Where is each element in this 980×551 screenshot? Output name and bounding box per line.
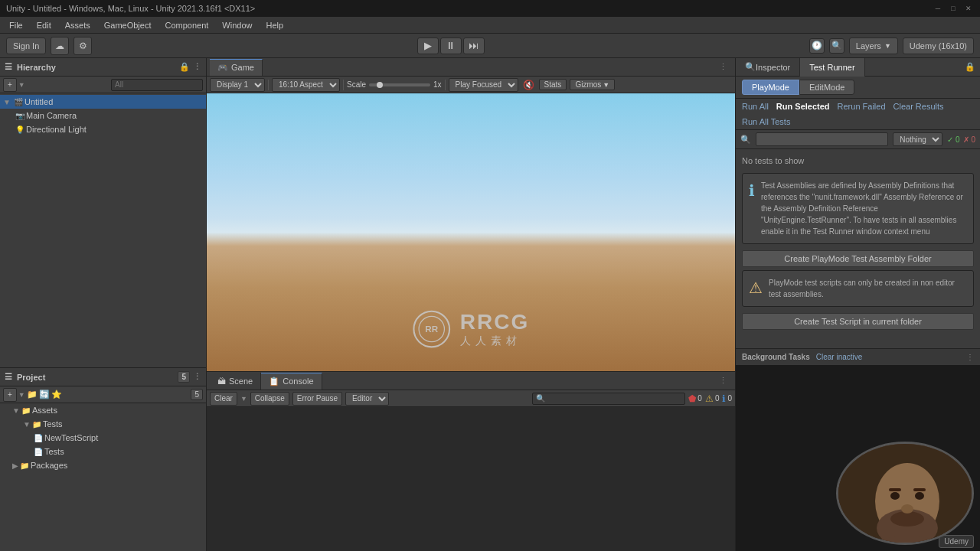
account-icon[interactable]: ☁ bbox=[51, 37, 69, 55]
rerun-failed-button[interactable]: Rerun Failed bbox=[836, 101, 887, 112]
tab-scene[interactable]: 🏔 Scene bbox=[210, 373, 261, 390]
svg-point-11 bbox=[901, 504, 913, 514]
close-button[interactable]: ✕ bbox=[963, 3, 974, 14]
inspector-lock-icon[interactable]: 🔒 bbox=[960, 62, 980, 72]
test-search-input[interactable] bbox=[756, 132, 888, 146]
game-tab-more[interactable]: ⋮ bbox=[714, 62, 732, 72]
account-dropdown[interactable]: Udemy (16x10) bbox=[903, 37, 974, 54]
history-icon[interactable]: 🕐 bbox=[809, 38, 825, 54]
gizmos-label: Gizmos bbox=[575, 80, 601, 89]
create-test-script-button[interactable]: Create Test Script in current folder bbox=[742, 313, 974, 330]
project-icon1[interactable]: 📁 bbox=[27, 390, 38, 399]
console-toolbar: Clear ▼ Collapse Error Pause Editor ⬟ 0 … bbox=[207, 390, 735, 407]
hierarchy-item-maincamera[interactable]: 📷 Main Camera bbox=[0, 109, 206, 122]
hierarchy-dropdown-icon[interactable]: ▼ bbox=[18, 81, 25, 89]
layers-label: Layers bbox=[856, 41, 881, 51]
console-more-icon[interactable]: ⋮ bbox=[714, 376, 732, 386]
scene-icon: 🎬 bbox=[14, 98, 23, 106]
filter-search-icon: 🔍 bbox=[740, 135, 751, 145]
menu-assets[interactable]: Assets bbox=[59, 19, 96, 31]
search-toolbar-icon[interactable]: 🔍 bbox=[829, 38, 844, 54]
menu-file[interactable]: File bbox=[3, 19, 29, 31]
hierarchy-item-directionallight[interactable]: 💡 Directional Light bbox=[0, 122, 206, 136]
sign-in-button[interactable]: Sign In bbox=[6, 37, 46, 54]
hierarchy-more-icon[interactable]: ⋮ bbox=[193, 62, 201, 72]
bg-clear-button[interactable]: Clear inactive bbox=[816, 353, 863, 361]
bottom-panel: 🏔 Scene 📋 Console ⋮ Clear ▼ Collapse Err… bbox=[207, 371, 735, 551]
scale-track[interactable] bbox=[369, 83, 430, 86]
tab-game[interactable]: 🎮 Game bbox=[210, 59, 263, 76]
aspect-select[interactable]: 16:10 Aspect bbox=[272, 78, 340, 92]
run-all-tests-button[interactable]: Run All Tests bbox=[740, 116, 792, 127]
project-tests-folder[interactable]: ▼ 📁 Tests bbox=[0, 417, 206, 431]
project-count-badge: 5 bbox=[178, 371, 190, 383]
script-icon-2: 📄 bbox=[34, 448, 43, 456]
console-search-input[interactable] bbox=[532, 393, 685, 405]
clear-results-button[interactable]: Clear Results bbox=[892, 101, 946, 112]
run-all-button[interactable]: Run All bbox=[740, 101, 770, 112]
project-icon2[interactable]: 🔄 bbox=[39, 390, 50, 399]
project-packages-folder[interactable]: ▶ 📁 Packages bbox=[0, 458, 206, 472]
tab-test-runner[interactable]: Test Runner bbox=[800, 58, 864, 77]
hierarchy-add-button[interactable]: + bbox=[3, 78, 17, 92]
tab-inspector[interactable]: 🔍 Inspector bbox=[736, 58, 800, 77]
info-count: 0 bbox=[727, 394, 732, 403]
run-selected-button[interactable]: Run Selected bbox=[775, 101, 831, 112]
game-tab-label: Game bbox=[231, 63, 254, 72]
project-add-button[interactable]: + bbox=[3, 388, 17, 402]
fail-badge: ✗ 0 bbox=[963, 135, 975, 144]
project-more-icon[interactable]: ⋮ bbox=[193, 372, 201, 382]
nothing-select[interactable]: Nothing bbox=[893, 132, 942, 146]
error-pause-button[interactable]: Error Pause bbox=[292, 392, 342, 406]
hierarchy-title: Hierarchy bbox=[17, 63, 56, 72]
layers-button[interactable]: Layers ▼ bbox=[849, 37, 898, 54]
status-badges: ✓ 0 ✗ 0 bbox=[947, 135, 975, 144]
game-tab-icon: 🎮 bbox=[217, 63, 228, 73]
menu-help[interactable]: Help bbox=[260, 19, 289, 31]
title-bar: Unity - Untitled - Windows, Mac, Linux -… bbox=[0, 0, 980, 17]
tab-console[interactable]: 📋 Console bbox=[261, 373, 322, 390]
menu-edit[interactable]: Edit bbox=[31, 19, 57, 31]
tests-collapse-icon: ▼ bbox=[23, 420, 31, 429]
menu-gameobject[interactable]: GameObject bbox=[98, 19, 158, 31]
mute-icon[interactable]: 🔇 bbox=[521, 80, 536, 90]
project-count-display: 5 bbox=[191, 389, 203, 400]
settings-icon[interactable]: ⚙ bbox=[74, 37, 92, 55]
hierarchy-item-untitled[interactable]: ▼ 🎬 Untitled bbox=[0, 95, 206, 109]
project-tests-script[interactable]: 📄 Tests bbox=[0, 445, 206, 458]
clear-dropdown-icon[interactable]: ▼ bbox=[240, 395, 247, 403]
clear-button[interactable]: Clear bbox=[210, 392, 237, 406]
collapse-button[interactable]: Collapse bbox=[250, 392, 289, 406]
menu-window[interactable]: Window bbox=[216, 19, 258, 31]
hierarchy-search-input[interactable] bbox=[111, 79, 203, 91]
gizmos-button[interactable]: Gizmos ▼ bbox=[570, 79, 615, 90]
play-focused-select[interactable]: Play Focused bbox=[449, 78, 518, 92]
warning-icon: ⚠ bbox=[749, 277, 763, 300]
scene-tab-icon: 🏔 bbox=[217, 377, 226, 386]
project-icon3[interactable]: ⭐ bbox=[51, 390, 62, 399]
project-assets-folder[interactable]: ▼ 📁 Assets bbox=[0, 403, 206, 417]
display-select[interactable]: Display 1 bbox=[210, 78, 265, 92]
editmode-button[interactable]: EditMode bbox=[799, 80, 854, 95]
play-button[interactable]: ▶ bbox=[417, 37, 439, 54]
warn-count-badge: ⚠ 0 bbox=[705, 393, 720, 404]
create-playmode-assembly-button[interactable]: Create PlayMode Test Assembly Folder bbox=[742, 250, 974, 267]
playmode-button[interactable]: PlayMode bbox=[742, 80, 799, 95]
stats-button[interactable]: Stats bbox=[539, 79, 567, 90]
rrcg-subtext: 人人素材 bbox=[460, 334, 529, 348]
project-newtestscript[interactable]: 📄 NewTestScript bbox=[0, 431, 206, 445]
maximize-button[interactable]: □ bbox=[948, 3, 959, 14]
pause-button[interactable]: ⏸ bbox=[440, 37, 462, 54]
warn-count: 0 bbox=[715, 394, 720, 403]
editor-select[interactable]: Editor bbox=[345, 392, 389, 406]
step-button[interactable]: ⏭ bbox=[463, 37, 485, 54]
scale-control: Scale 1x bbox=[347, 80, 442, 89]
scale-thumb[interactable] bbox=[377, 82, 383, 88]
menu-component[interactable]: Component bbox=[158, 19, 214, 31]
minimize-button[interactable]: ─ bbox=[933, 3, 943, 14]
watermark-text: RRCG 人人素材 bbox=[460, 310, 529, 348]
bg-tasks-more-icon[interactable]: ⋮ bbox=[966, 353, 974, 361]
hierarchy-lock-icon[interactable]: 🔒 bbox=[179, 62, 190, 72]
project-dropdown-icon[interactable]: ▼ bbox=[18, 391, 25, 399]
info-icon: ℹ bbox=[722, 393, 726, 404]
